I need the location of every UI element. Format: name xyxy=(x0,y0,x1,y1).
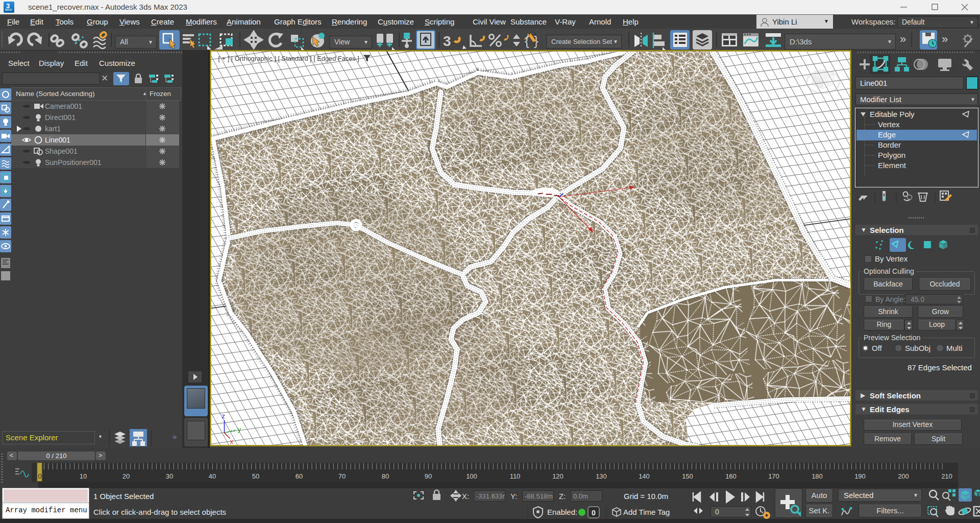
svg-text:3: 3 xyxy=(443,33,451,49)
svg-text:80: 80 xyxy=(382,472,389,480)
svg-text:30: 30 xyxy=(166,472,173,480)
svg-text:190: 190 xyxy=(854,472,866,480)
svg-text:210: 210 xyxy=(941,472,952,480)
svg-text:20: 20 xyxy=(122,472,130,480)
svg-text:y: y xyxy=(238,425,241,433)
svg-text:50: 50 xyxy=(252,472,259,480)
svg-text:60: 60 xyxy=(296,472,303,480)
svg-text:90: 90 xyxy=(425,472,432,480)
svg-text:160: 160 xyxy=(725,472,737,480)
svg-text:70: 70 xyxy=(338,472,346,480)
svg-text:40: 40 xyxy=(209,472,216,480)
svg-text:170: 170 xyxy=(768,472,779,480)
svg-text:150: 150 xyxy=(682,472,693,480)
svg-text:x: x xyxy=(230,438,234,445)
svg-text:110: 110 xyxy=(510,472,521,480)
svg-text:10: 10 xyxy=(80,472,87,480)
svg-text:200: 200 xyxy=(898,472,909,480)
svg-text:180: 180 xyxy=(812,472,823,480)
svg-text:z: z xyxy=(222,412,226,420)
svg-text:100: 100 xyxy=(466,472,477,480)
svg-text:0: 0 xyxy=(38,472,41,480)
svg-text:0: 0 xyxy=(592,509,596,517)
svg-text:{: { xyxy=(525,33,529,49)
svg-text:[ + ] [ Orthographic ] [ Stand: [ + ] [ Orthographic ] [ Standard ] [ Ed… xyxy=(218,55,359,62)
svg-text:130: 130 xyxy=(596,472,607,480)
svg-text:140: 140 xyxy=(639,472,650,480)
svg-text:120: 120 xyxy=(552,472,564,480)
svg-text:RIGHT: RIGHT xyxy=(816,80,829,85)
